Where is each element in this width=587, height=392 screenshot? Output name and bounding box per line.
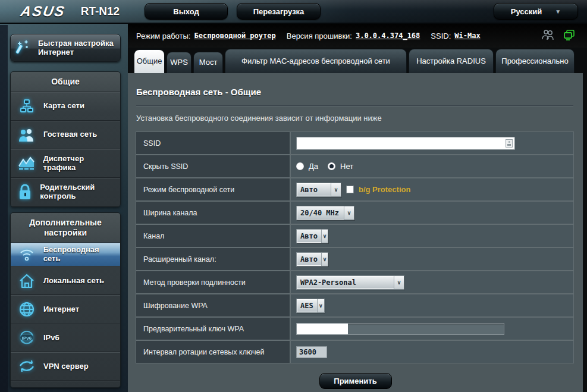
select-arrow-icon xyxy=(344,206,354,219)
field-label: Режим беспроводной сети xyxy=(136,178,291,200)
field-label: Шифрование WPA xyxy=(136,294,291,316)
page-title: Беспроводная сеть - Общие xyxy=(128,73,583,97)
channel-width-select[interactable]: 20/40 MHz xyxy=(296,206,354,220)
bg-protection-label: b/g Protection xyxy=(359,185,410,194)
select-arrow-icon xyxy=(394,276,404,289)
divider xyxy=(136,105,573,106)
sidebar-item-label: Родительский контроль xyxy=(40,183,118,201)
magic-wand-icon xyxy=(15,38,33,58)
sidebar-item-label: Гостевая сеть xyxy=(43,130,97,139)
bg-protection-checkbox[interactable] xyxy=(346,186,354,193)
table-row-key-rotation: Интервал ротации сетевых ключей xyxy=(136,341,573,363)
asus-logo: ASUS xyxy=(20,3,67,20)
table-row-wpa-encryption: Шифрование WPA AES xyxy=(136,294,573,318)
table-row-channel-width: Ширина канала 20/40 MHz xyxy=(136,202,573,225)
firmware-label: Версия прошивки: xyxy=(287,32,352,40)
sidebar-item-wan[interactable]: Интернет xyxy=(11,295,120,324)
channel-select[interactable]: Авто xyxy=(296,229,328,243)
current-ssid: SSID: Wi-Max xyxy=(431,32,480,40)
usb-devices-icon[interactable] xyxy=(563,29,575,43)
sidebar-item-label: Локальная сеть xyxy=(43,277,104,286)
ssid-value-link[interactable]: Wi-Max xyxy=(454,32,480,40)
network-map-icon xyxy=(16,99,37,114)
traffic-manager-icon xyxy=(16,156,37,171)
wireless-mode-select[interactable]: Авто xyxy=(296,183,341,197)
mode-value-link[interactable]: Беспроводной роутер xyxy=(194,32,275,40)
sidebar-item-lan[interactable]: Локальная сеть xyxy=(11,266,120,295)
table-row-auth-method: Метод проверки подлинности WPA2-Personal xyxy=(136,271,573,294)
tab-mac-filter[interactable]: Фильтр MAC-адресов беспроводной сети xyxy=(225,49,407,73)
clients-icon[interactable] xyxy=(542,29,555,43)
main-content: Режим работы: Беспроводной роутер Версия… xyxy=(128,24,587,392)
tab-bridge[interactable]: Мост xyxy=(193,52,223,73)
sidebar: Быстрая настройка Интернет Общие Карта с… xyxy=(10,34,121,392)
sidebar-item-partial xyxy=(11,381,120,387)
hide-ssid-yes-radio[interactable] xyxy=(296,162,304,170)
page-description: Установка беспроводного соединения завис… xyxy=(136,114,583,123)
sidebar-item-label: VPN сервер xyxy=(43,362,89,371)
sidebar-item-ipv6[interactable]: IPv6 IPv6 xyxy=(11,324,120,352)
logout-button[interactable]: Выход xyxy=(145,3,228,20)
sidebar-item-label: Интернет xyxy=(43,305,79,314)
svg-text:IPv6: IPv6 xyxy=(22,335,32,341)
field-label: Канал xyxy=(136,225,291,247)
ipv6-globe-icon: IPv6 xyxy=(16,330,37,346)
reboot-button[interactable]: Перезагрузка xyxy=(237,3,321,20)
table-row-wireless-mode: Режим беспроводной сети Авто b/g Protect… xyxy=(136,178,573,202)
autofill-icon[interactable] xyxy=(506,139,513,148)
tab-bar: Общие WPS Мост Фильтр MAC-адресов беспро… xyxy=(128,48,587,73)
tab-general[interactable]: Общие xyxy=(134,49,165,73)
sidebar-item-label: Беспроводная сеть xyxy=(43,246,118,264)
field-label: Предварительный ключ WPA xyxy=(136,318,291,340)
hide-ssid-no-radio[interactable] xyxy=(328,162,335,170)
field-label: Расширенный канал: xyxy=(136,248,291,270)
field-label: Метод проверки подлинности xyxy=(136,271,291,293)
top-bar: ASUS RT-N12 Выход Перезагрузка Русский xyxy=(0,0,587,24)
section-title: Общие xyxy=(11,72,120,92)
tab-radius[interactable]: Настройка RADIUS xyxy=(409,49,494,73)
table-row-hide-ssid: Скрыть SSID Да Нет xyxy=(136,155,573,178)
tab-professional[interactable]: Профессионально xyxy=(495,49,575,73)
sidebar-item-vpn[interactable]: VPN сервер xyxy=(11,352,120,381)
sidebar-item-guest-network[interactable]: Гостевая сеть xyxy=(11,121,120,149)
ssid-input[interactable] xyxy=(296,137,515,150)
apply-button[interactable]: Применить xyxy=(319,373,392,389)
select-arrow-icon xyxy=(331,183,341,196)
wpa-key-input[interactable] xyxy=(296,323,504,335)
wpa-key-filled-segment xyxy=(297,324,348,334)
settings-table: SSID Скрыть SSID Да Нет Режи xyxy=(136,131,574,363)
firmware-value-link[interactable]: 3.0.0.4.374_168 xyxy=(356,32,420,40)
sidebar-item-label: Карта сети xyxy=(43,102,84,111)
sidebar-item-wireless[interactable]: Беспроводная сеть xyxy=(11,243,120,266)
key-rotation-input[interactable] xyxy=(296,346,327,358)
sidebar-item-network-map[interactable]: Карта сети xyxy=(11,92,120,121)
wireless-icon xyxy=(16,247,37,262)
field-label: Скрыть SSID xyxy=(136,155,291,177)
extension-channel-select[interactable]: Авто xyxy=(296,252,328,266)
operation-mode: Режим работы: Беспроводной роутер xyxy=(136,32,276,40)
mode-label: Режим работы: xyxy=(136,32,190,40)
firmware-version: Версия прошивки: 3.0.0.4.374_168 xyxy=(287,32,420,40)
wan-globe-icon xyxy=(16,301,37,318)
language-select[interactable]: Русский xyxy=(494,3,578,20)
settings-panel: Беспроводная сеть - Общие Установка бесп… xyxy=(128,73,583,392)
radio-label-yes: Да xyxy=(309,162,318,171)
wpa-encryption-select[interactable]: AES xyxy=(296,299,325,313)
sidebar-item-label: Диспетчер трафика xyxy=(43,155,118,173)
sidebar-item-parental-control[interactable]: Родительский контроль xyxy=(11,178,120,206)
select-arrow-icon xyxy=(317,299,324,312)
quick-setup-button[interactable]: Быстрая настройка Интернет xyxy=(10,34,121,62)
auth-method-select[interactable]: WPA2-Personal xyxy=(296,275,404,290)
status-bar: Режим работы: Беспроводной роутер Версия… xyxy=(128,24,587,48)
vpn-arrows-icon xyxy=(16,359,37,374)
field-label: Интервал ротации сетевых ключей xyxy=(136,341,291,363)
sidebar-item-traffic-manager[interactable]: Диспетчер трафика xyxy=(11,149,120,178)
tab-wps[interactable]: WPS xyxy=(167,52,192,73)
section-title: Дополнительные настройки xyxy=(11,213,120,243)
table-row-channel: Канал Авто xyxy=(136,225,573,248)
table-row-wpa-key: Предварительный ключ WPA xyxy=(136,318,573,341)
table-row-extension-channel: Расширенный канал: Авто xyxy=(136,248,573,271)
select-arrow-icon xyxy=(321,253,328,266)
language-label: Русский xyxy=(511,7,542,16)
ssid-label: SSID: xyxy=(431,32,451,40)
